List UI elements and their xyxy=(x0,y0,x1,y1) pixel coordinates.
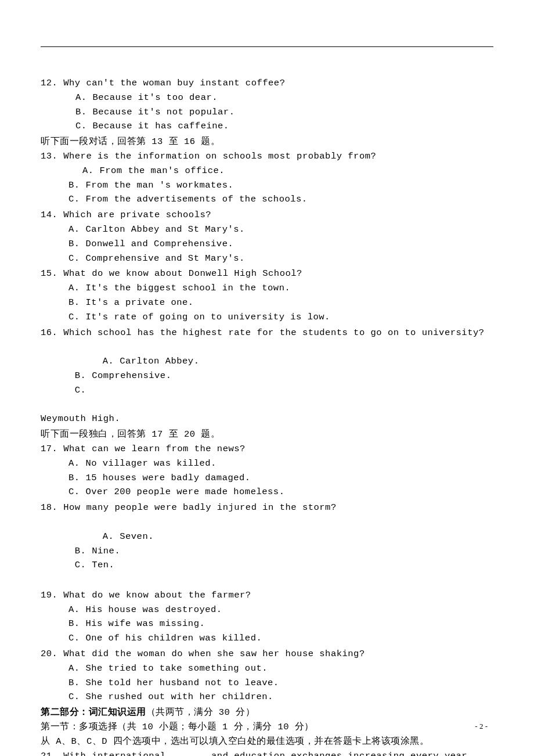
q17-option-a: A. No villager was killed. xyxy=(41,456,493,471)
q18-text: How many people were badly injured in th… xyxy=(63,502,336,513)
q16-text: Which school has the highest rate for th… xyxy=(63,327,484,338)
q14-text: Which are private schools? xyxy=(63,210,211,220)
top-divider xyxy=(41,46,493,47)
q12-num: 12. xyxy=(41,78,57,88)
q21-line1: With international ______ and education … xyxy=(41,751,479,756)
q17-option-b: B. 15 houses were badly damaged. xyxy=(41,471,493,485)
question-18: 18. How many people were badly injured i… xyxy=(41,501,493,587)
q15-option-b: B. It's a private one. xyxy=(41,296,493,310)
q18-option-b: B. Nine. xyxy=(75,544,220,559)
q19-option-b: B. His wife was missing. xyxy=(41,617,493,631)
q14-num: 14. xyxy=(41,210,57,220)
q20-option-c: C. She rushed out with her children. xyxy=(41,690,493,704)
q18-num: 18. xyxy=(41,502,57,513)
question-14: 14. Which are private schools? A. Carlto… xyxy=(41,208,493,265)
q13-option-c: C. From the advertisements of the school… xyxy=(41,192,493,207)
section-2-instr: 从 A、B、C、D 四个选项中，选出可以填入空白处的最佳选项，并在答题卡上将该项… xyxy=(41,735,493,749)
q17-num: 17. xyxy=(41,444,57,454)
q19-option-a: A. His house was destroyed. xyxy=(41,603,493,617)
q17-text: What can we learn from the news? xyxy=(63,444,246,454)
section-2-sub1: 第一节：多项选择（共 10 小题；每小题 1 分，满分 10 分） xyxy=(41,720,493,735)
section-2-title: 第二部分：词汇知识运用（共两节，满分 30 分） xyxy=(41,705,493,720)
q14-option-b: B. Donwell and Comprehensive. xyxy=(41,237,493,251)
question-12: 12. Why can't the woman buy instant coff… xyxy=(41,76,493,134)
q20-text: What did the woman do when she saw her h… xyxy=(63,649,365,659)
question-15: 15. What do we know about Donwell High S… xyxy=(41,267,493,324)
q13-option-b: B. From the man 's workmates. xyxy=(41,178,493,193)
q16-option-c-label: C. xyxy=(75,385,86,395)
q20-num: 20. xyxy=(41,649,57,659)
q18-option-a: A. Seven. xyxy=(75,530,191,544)
section-2-title-bold: 第二部分：词汇知识运用 xyxy=(41,707,146,718)
q15-option-c: C. It's rate of going on to university i… xyxy=(41,310,493,325)
q15-text: What do we know about Donwell High Schoo… xyxy=(63,268,302,279)
q21-num: 21. xyxy=(41,751,57,756)
q13-text: Where is the information on schools most… xyxy=(63,151,376,161)
q19-option-c: C. One of his children was killed. xyxy=(41,631,493,646)
q16-option-b: B. Comprehensive. xyxy=(75,369,191,383)
q16-option-c-text: Weymouth High. xyxy=(41,412,493,426)
q12-option-c: C. Because it has caffeine. xyxy=(41,119,493,134)
q20-option-a: A. She tried to take something out. xyxy=(41,661,493,676)
q12-option-b: B. Because it's not popular. xyxy=(41,105,493,120)
q15-num: 15. xyxy=(41,268,57,279)
q13-option-a: A. From the man's office. xyxy=(41,164,493,178)
question-17: 17. What can we learn from the news? A. … xyxy=(41,442,493,499)
q16-num: 16. xyxy=(41,327,57,338)
q17-option-c: C. Over 200 people were made homeless. xyxy=(41,485,493,499)
q16-option-a: A. Carlton Abbey. xyxy=(75,354,324,369)
intro-13-16: 听下面一段对话，回答第 13 至 16 题。 xyxy=(41,135,493,149)
intro-17-20: 听下面一段独白，回答第 17 至 20 题。 xyxy=(41,427,493,442)
q19-num: 19. xyxy=(41,590,57,600)
q12-option-a: A. Because it's too dear. xyxy=(41,91,493,105)
page-number: - 2 - xyxy=(475,721,488,733)
q12-text: Why can't the woman buy instant coffee? xyxy=(63,78,285,88)
q14-option-a: A. Carlton Abbey and St Mary's. xyxy=(41,222,493,237)
page-content: 12. Why can't the woman buy instant coff… xyxy=(0,0,534,756)
q18-option-c: C. Ten. xyxy=(75,560,115,570)
q20-option-b: B. She told her husband not to leave. xyxy=(41,676,493,690)
section-2-title-paren: （共两节，满分 30 分） xyxy=(146,707,255,718)
q14-option-c: C. Comprehensive and St Mary's. xyxy=(41,251,493,266)
q19-text: What do we know about the farmer? xyxy=(63,590,251,600)
question-21: 21. With international ______ and educat… xyxy=(41,749,493,756)
question-20: 20. What did the woman do when she saw h… xyxy=(41,647,493,704)
q13-num: 13. xyxy=(41,151,57,161)
question-19: 19. What do we know about the farmer? A.… xyxy=(41,588,493,646)
question-13: 13. Where is the information on schools … xyxy=(41,149,493,207)
q15-option-a: A. It's the biggest school in the town. xyxy=(41,281,493,296)
question-16: 16. Which school has the highest rate fo… xyxy=(41,326,493,427)
